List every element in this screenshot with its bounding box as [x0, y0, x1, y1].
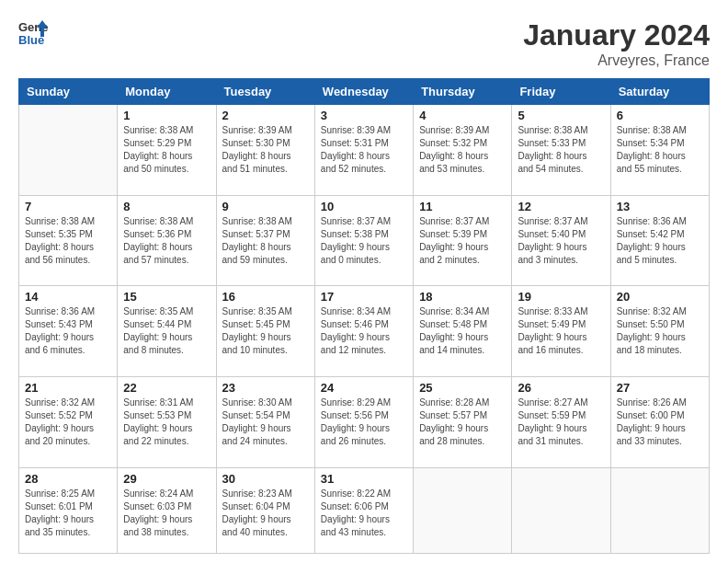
- day-number: 26: [518, 381, 604, 395]
- day-info: Sunrise: 8:39 AM Sunset: 5:32 PM Dayligh…: [419, 124, 506, 176]
- col-thursday: Thursday: [414, 79, 512, 105]
- day-number: 22: [123, 381, 210, 395]
- header: General Blue January 2024 Arveyres, Fran…: [18, 18, 710, 69]
- col-saturday: Saturday: [610, 79, 709, 105]
- day-number: 19: [518, 290, 604, 304]
- day-info: Sunrise: 8:35 AM Sunset: 5:45 PM Dayligh…: [222, 305, 309, 357]
- logo-icon: General Blue: [18, 18, 48, 48]
- day-cell: 13Sunrise: 8:36 AM Sunset: 5:42 PM Dayli…: [610, 195, 709, 286]
- day-number: 7: [25, 200, 111, 213]
- day-info: Sunrise: 8:38 AM Sunset: 5:37 PM Dayligh…: [222, 215, 309, 267]
- day-cell: 26Sunrise: 8:27 AM Sunset: 5:59 PM Dayli…: [512, 377, 610, 468]
- day-cell: 1Sunrise: 8:38 AM Sunset: 5:29 PM Daylig…: [118, 105, 216, 196]
- day-info: Sunrise: 8:28 AM Sunset: 5:57 PM Dayligh…: [419, 396, 506, 448]
- day-info: Sunrise: 8:25 AM Sunset: 6:01 PM Dayligh…: [25, 488, 111, 539]
- day-info: Sunrise: 8:32 AM Sunset: 5:50 PM Dayligh…: [617, 305, 703, 357]
- title-block: January 2024 Arveyres, France: [523, 18, 710, 69]
- day-cell: [414, 467, 512, 553]
- day-info: Sunrise: 8:33 AM Sunset: 5:49 PM Dayligh…: [518, 305, 604, 357]
- day-info: Sunrise: 8:36 AM Sunset: 5:43 PM Dayligh…: [25, 305, 111, 357]
- day-number: 25: [419, 381, 506, 395]
- month-title: January 2024: [523, 18, 710, 52]
- day-info: Sunrise: 8:26 AM Sunset: 6:00 PM Dayligh…: [617, 396, 703, 448]
- day-number: 6: [617, 109, 703, 122]
- day-info: Sunrise: 8:27 AM Sunset: 5:59 PM Dayligh…: [518, 396, 604, 448]
- col-wednesday: Wednesday: [314, 79, 413, 105]
- calendar-page: General Blue January 2024 Arveyres, Fran…: [0, 0, 728, 563]
- day-cell: 20Sunrise: 8:32 AM Sunset: 5:50 PM Dayli…: [610, 286, 709, 377]
- day-number: 2: [222, 109, 309, 122]
- day-cell: 2Sunrise: 8:39 AM Sunset: 5:30 PM Daylig…: [216, 105, 314, 196]
- day-cell: 9Sunrise: 8:38 AM Sunset: 5:37 PM Daylig…: [216, 195, 314, 286]
- day-info: Sunrise: 8:24 AM Sunset: 6:03 PM Dayligh…: [123, 488, 210, 539]
- day-cell: 31Sunrise: 8:22 AM Sunset: 6:06 PM Dayli…: [314, 467, 413, 553]
- day-info: Sunrise: 8:39 AM Sunset: 5:31 PM Dayligh…: [321, 124, 407, 176]
- day-number: 28: [25, 472, 111, 486]
- day-info: Sunrise: 8:31 AM Sunset: 5:53 PM Dayligh…: [123, 396, 210, 448]
- day-number: 8: [123, 200, 210, 213]
- col-tuesday: Tuesday: [216, 79, 314, 105]
- day-info: Sunrise: 8:38 AM Sunset: 5:29 PM Dayligh…: [123, 124, 210, 176]
- day-number: 1: [123, 109, 210, 122]
- day-number: 12: [518, 200, 604, 213]
- day-cell: 10Sunrise: 8:37 AM Sunset: 5:38 PM Dayli…: [314, 195, 413, 286]
- day-cell: 19Sunrise: 8:33 AM Sunset: 5:49 PM Dayli…: [512, 286, 610, 377]
- day-info: Sunrise: 8:38 AM Sunset: 5:35 PM Dayligh…: [25, 215, 111, 267]
- day-cell: 8Sunrise: 8:38 AM Sunset: 5:36 PM Daylig…: [118, 195, 216, 286]
- day-number: 10: [321, 200, 407, 213]
- day-number: 17: [321, 290, 407, 304]
- day-cell: 11Sunrise: 8:37 AM Sunset: 5:39 PM Dayli…: [414, 195, 512, 286]
- day-number: 16: [222, 290, 309, 304]
- day-info: Sunrise: 8:22 AM Sunset: 6:06 PM Dayligh…: [321, 488, 407, 539]
- day-info: Sunrise: 8:38 AM Sunset: 5:36 PM Dayligh…: [123, 215, 210, 267]
- week-row-1: 1Sunrise: 8:38 AM Sunset: 5:29 PM Daylig…: [19, 105, 710, 196]
- day-info: Sunrise: 8:37 AM Sunset: 5:39 PM Dayligh…: [419, 215, 506, 267]
- day-cell: 17Sunrise: 8:34 AM Sunset: 5:46 PM Dayli…: [314, 286, 413, 377]
- day-cell: 6Sunrise: 8:38 AM Sunset: 5:34 PM Daylig…: [610, 105, 709, 196]
- day-cell: 18Sunrise: 8:34 AM Sunset: 5:48 PM Dayli…: [414, 286, 512, 377]
- day-cell: 22Sunrise: 8:31 AM Sunset: 5:53 PM Dayli…: [118, 377, 216, 468]
- day-number: 9: [222, 200, 309, 213]
- day-cell: 14Sunrise: 8:36 AM Sunset: 5:43 PM Dayli…: [19, 286, 118, 377]
- day-number: 29: [123, 472, 210, 486]
- day-cell: 28Sunrise: 8:25 AM Sunset: 6:01 PM Dayli…: [19, 467, 118, 553]
- day-cell: 25Sunrise: 8:28 AM Sunset: 5:57 PM Dayli…: [414, 377, 512, 468]
- day-number: 15: [123, 290, 210, 304]
- day-cell: 3Sunrise: 8:39 AM Sunset: 5:31 PM Daylig…: [314, 105, 413, 196]
- week-row-3: 14Sunrise: 8:36 AM Sunset: 5:43 PM Dayli…: [19, 286, 710, 377]
- day-cell: [512, 467, 610, 553]
- day-number: 24: [321, 381, 407, 395]
- location: Arveyres, France: [523, 52, 710, 69]
- day-cell: 23Sunrise: 8:30 AM Sunset: 5:54 PM Dayli…: [216, 377, 314, 468]
- logo: General Blue: [18, 18, 48, 48]
- day-info: Sunrise: 8:34 AM Sunset: 5:46 PM Dayligh…: [321, 305, 407, 357]
- day-number: 30: [222, 472, 309, 486]
- day-cell: 15Sunrise: 8:35 AM Sunset: 5:44 PM Dayli…: [118, 286, 216, 377]
- day-info: Sunrise: 8:38 AM Sunset: 5:33 PM Dayligh…: [518, 124, 604, 176]
- day-info: Sunrise: 8:38 AM Sunset: 5:34 PM Dayligh…: [617, 124, 703, 176]
- week-row-4: 21Sunrise: 8:32 AM Sunset: 5:52 PM Dayli…: [19, 377, 710, 468]
- day-cell: [19, 105, 118, 196]
- week-row-5: 28Sunrise: 8:25 AM Sunset: 6:01 PM Dayli…: [19, 467, 710, 553]
- day-cell: 21Sunrise: 8:32 AM Sunset: 5:52 PM Dayli…: [19, 377, 118, 468]
- day-cell: 12Sunrise: 8:37 AM Sunset: 5:40 PM Dayli…: [512, 195, 610, 286]
- day-number: 4: [419, 109, 506, 122]
- col-friday: Friday: [512, 79, 610, 105]
- day-number: 18: [419, 290, 506, 304]
- day-cell: 29Sunrise: 8:24 AM Sunset: 6:03 PM Dayli…: [118, 467, 216, 553]
- day-info: Sunrise: 8:34 AM Sunset: 5:48 PM Dayligh…: [419, 305, 506, 357]
- svg-text:Blue: Blue: [18, 33, 44, 47]
- day-number: 11: [419, 200, 506, 213]
- day-info: Sunrise: 8:30 AM Sunset: 5:54 PM Dayligh…: [222, 396, 309, 448]
- day-cell: 16Sunrise: 8:35 AM Sunset: 5:45 PM Dayli…: [216, 286, 314, 377]
- day-cell: 24Sunrise: 8:29 AM Sunset: 5:56 PM Dayli…: [314, 377, 413, 468]
- day-info: Sunrise: 8:36 AM Sunset: 5:42 PM Dayligh…: [617, 215, 703, 267]
- day-info: Sunrise: 8:35 AM Sunset: 5:44 PM Dayligh…: [123, 305, 210, 357]
- day-number: 23: [222, 381, 309, 395]
- day-number: 3: [321, 109, 407, 122]
- day-info: Sunrise: 8:37 AM Sunset: 5:38 PM Dayligh…: [321, 215, 407, 267]
- day-cell: 30Sunrise: 8:23 AM Sunset: 6:04 PM Dayli…: [216, 467, 314, 553]
- day-info: Sunrise: 8:39 AM Sunset: 5:30 PM Dayligh…: [222, 124, 309, 176]
- day-cell: [610, 467, 709, 553]
- day-number: 21: [25, 381, 111, 395]
